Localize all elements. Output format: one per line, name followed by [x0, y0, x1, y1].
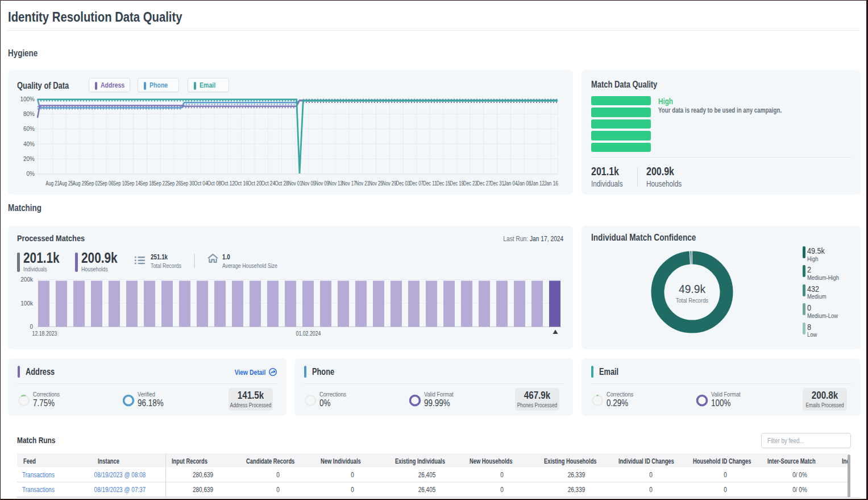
- svg-text:Oct 04: Oct 04: [194, 180, 208, 187]
- svg-text:100k: 100k: [20, 300, 34, 307]
- svg-text:Sep 10: Sep 10: [113, 180, 127, 187]
- svg-text:Sep 30: Sep 30: [180, 180, 194, 187]
- svg-text:Aug 25: Aug 25: [59, 180, 73, 187]
- svg-text:200k: 200k: [20, 276, 34, 283]
- svg-text:0%: 0%: [27, 171, 35, 177]
- svg-text:Jan 08: Jan 08: [517, 180, 531, 187]
- svg-text:Jan 12: Jan 12: [531, 180, 545, 187]
- svg-text:0: 0: [30, 324, 33, 330]
- svg-text:20%: 20%: [23, 156, 35, 162]
- svg-text:Sep 02: Sep 02: [86, 180, 100, 187]
- svg-text:Sep 26: Sep 26: [167, 180, 181, 187]
- svg-text:Dec 03: Dec 03: [396, 180, 410, 187]
- svg-text:Dec 23: Dec 23: [463, 180, 477, 187]
- svg-text:Jan 04: Jan 04: [504, 180, 518, 187]
- svg-text:Sep 14: Sep 14: [127, 180, 141, 187]
- svg-text:Nov 21: Nov 21: [355, 180, 369, 187]
- svg-text:Sep 22: Sep 22: [153, 180, 168, 187]
- svg-text:Dec 19: Dec 19: [450, 180, 464, 187]
- svg-text:Oct 16: Oct 16: [234, 180, 248, 187]
- svg-text:80%: 80%: [23, 111, 35, 117]
- svg-text:Aug 29: Aug 29: [73, 180, 87, 187]
- svg-text:Dec 31: Dec 31: [490, 180, 504, 187]
- svg-text:Nov 29: Nov 29: [383, 180, 397, 187]
- svg-text:Oct 20: Oct 20: [248, 180, 262, 187]
- svg-text:Dec 27: Dec 27: [477, 180, 491, 187]
- svg-text:Nov 17: Nov 17: [342, 180, 356, 187]
- svg-text:Total Records: Total Records: [676, 297, 708, 304]
- svg-text:Oct 28: Oct 28: [275, 180, 289, 187]
- svg-text:Nov 09: Nov 09: [315, 180, 329, 187]
- svg-text:12.18.2023: 12.18.2023: [32, 330, 57, 337]
- svg-text:Sep 06: Sep 06: [99, 180, 114, 187]
- svg-text:60%: 60%: [23, 126, 35, 132]
- svg-text:40%: 40%: [23, 141, 35, 147]
- svg-text:Sep 18: Sep 18: [140, 180, 154, 187]
- svg-text:Oct 08: Oct 08: [207, 180, 222, 187]
- svg-text:Nov 05: Nov 05: [302, 180, 316, 187]
- svg-text:100%: 100%: [20, 96, 35, 102]
- svg-text:Nov 25: Nov 25: [369, 180, 383, 187]
- svg-text:Aug 21: Aug 21: [45, 180, 60, 187]
- svg-text:Nov 01: Nov 01: [288, 180, 302, 187]
- svg-text:Oct 12: Oct 12: [221, 180, 235, 187]
- svg-text:Dec 11: Dec 11: [423, 180, 437, 187]
- svg-text:Dec 07: Dec 07: [409, 180, 423, 187]
- svg-text:49.9k: 49.9k: [679, 282, 706, 295]
- svg-text:Dec 15: Dec 15: [437, 180, 451, 187]
- svg-text:01.02.2024: 01.02.2024: [296, 330, 321, 337]
- svg-text:Jan 16: Jan 16: [544, 180, 558, 187]
- svg-text:Oct 24: Oct 24: [261, 180, 276, 187]
- svg-text:Nov 13: Nov 13: [329, 180, 343, 187]
